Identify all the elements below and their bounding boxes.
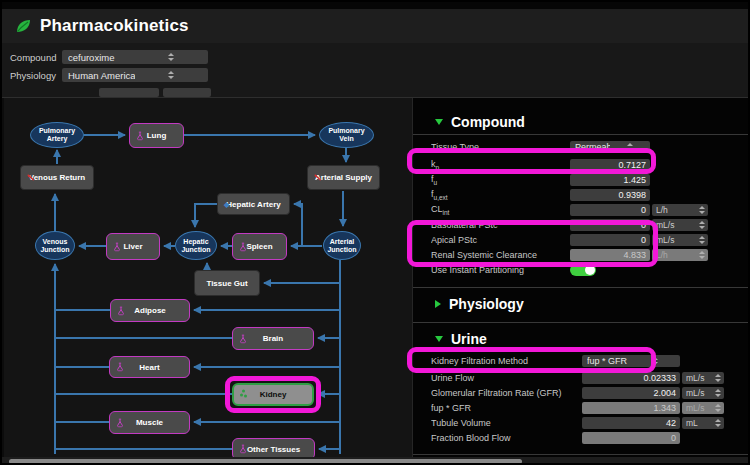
section-expanded-icon: [435, 119, 443, 125]
node-arterial-junction[interactable]: Arterial Junction: [323, 231, 361, 260]
tubule-volume-row: Tubule Volume 42 mL: [431, 416, 750, 430]
app-window: Pharmacokinetics Compound cefuroxime Phy…: [0, 0, 750, 465]
flask-icon: [116, 363, 124, 372]
fup-gfr-row: fup * GFR 1.343 mL/s: [431, 401, 750, 415]
divider: [413, 287, 750, 288]
fuext-row: fu,ext 0.9398: [431, 188, 750, 202]
stepper-icon: [715, 404, 721, 412]
field-label: kp: [431, 159, 570, 171]
node-lung[interactable]: Lung: [129, 123, 184, 148]
field-label: CLint: [431, 204, 570, 216]
clint-input[interactable]: 0: [570, 204, 650, 216]
node-pulmonary-vein[interactable]: Pulmonary Vein: [319, 122, 374, 148]
field-label: Apical PStc: [431, 235, 570, 245]
fu-input[interactable]: 1.425: [570, 174, 650, 186]
unit-label: mL/s: [656, 235, 696, 245]
divider: [413, 134, 750, 135]
node-tissue-gut[interactable]: Tissue Gut: [194, 270, 260, 296]
horizontal-scrollbar-thumb[interactable]: [9, 459, 522, 464]
tubule-volume-input[interactable]: 42: [582, 417, 680, 429]
compound-label: Compound: [10, 52, 62, 63]
section-header-urine[interactable]: Urine: [413, 329, 750, 349]
node-label: Muscle: [136, 418, 163, 427]
flask-icon: [113, 242, 121, 251]
node-label: Hepatic Junction: [178, 238, 214, 253]
node-label: Hepatic Artery: [226, 200, 280, 209]
node-arterial-supply[interactable]: Arterial Supply: [307, 165, 380, 190]
node-label: Venous Return: [29, 173, 85, 182]
node-brain[interactable]: Brain: [232, 327, 314, 350]
node-other-tissues[interactable]: Other Tissues: [232, 438, 315, 457]
instant-partitioning-toggle[interactable]: [570, 264, 596, 276]
node-spleen[interactable]: Spleen: [232, 233, 287, 260]
node-label: Adipose: [134, 306, 166, 315]
basolateral-pstc-row: Basolateral PStc 0 mL/s: [431, 218, 750, 232]
kp-input[interactable]: 0.7127: [570, 159, 650, 171]
node-label: Brain: [263, 334, 283, 343]
tissue-type-select[interactable]: Permeability Limited: [570, 141, 650, 153]
node-label: Arterial Junction: [326, 238, 358, 253]
apical-pstc-input[interactable]: 0: [570, 234, 650, 246]
node-hepatic-junction[interactable]: Hepatic Junction: [175, 231, 217, 260]
field-label: fu,ext: [431, 189, 570, 201]
fraction-blood-flow-input: 0: [582, 432, 680, 444]
section-title: Physiology: [449, 296, 524, 312]
node-kidney-selected[interactable]: Kidney: [232, 383, 314, 406]
gfr-input[interactable]: 2.004: [582, 387, 680, 399]
section-compound: Compound Tissue Type Permeability Limite…: [413, 112, 750, 277]
unit-dropdown[interactable]: mL/s: [652, 219, 708, 231]
unit-dropdown: L/h: [652, 249, 708, 261]
unit-dropdown[interactable]: mL/s: [652, 234, 708, 246]
leaf-icon: [14, 17, 32, 35]
node-venous-return[interactable]: Venous Return: [20, 165, 94, 190]
flask-icon: [239, 445, 247, 454]
fup-gfr-input: 1.343: [582, 402, 680, 414]
unit-dropdown[interactable]: mL: [682, 417, 724, 429]
kidney-dots-icon: [240, 393, 243, 396]
unit-label: L/h: [656, 205, 696, 215]
gfr-row: Glomerular Filtration Rate (GFR) 2.004 m…: [431, 386, 750, 400]
clipped-toolbar-button[interactable]: [163, 88, 211, 97]
section-header-physiology[interactable]: Physiology: [413, 294, 750, 314]
field-label: Basolateral PStc: [431, 220, 570, 230]
node-label: Lung: [147, 131, 167, 140]
node-liver[interactable]: Liver: [106, 233, 160, 260]
field-label: Renal Systemic Clearance: [431, 250, 570, 260]
unit-dropdown[interactable]: mL/s: [682, 372, 724, 384]
unit-dropdown: mL/s: [682, 402, 724, 414]
field-label: Kidney Filtration Method: [431, 356, 582, 366]
field-label: Glomerular Filtration Rate (GFR): [431, 388, 582, 398]
section-header-compound[interactable]: Compound: [413, 112, 750, 132]
fuext-input[interactable]: 0.9398: [570, 189, 650, 201]
node-adipose[interactable]: Adipose: [110, 299, 190, 322]
stepper-icon: [699, 221, 705, 229]
diamond-icon: ◆: [224, 201, 229, 208]
basolateral-pstc-input[interactable]: 0: [570, 219, 650, 231]
node-muscle[interactable]: Muscle: [109, 411, 190, 434]
unit-dropdown[interactable]: L/h: [652, 204, 708, 216]
clipped-toolbar-button[interactable]: [99, 88, 159, 97]
node-label: Venous Junction: [38, 238, 72, 253]
stepper-icon: [699, 251, 705, 259]
node-label: Kidney: [260, 390, 287, 399]
node-label: Pulmonary Vein: [322, 127, 371, 142]
stepper-icon: [715, 419, 721, 427]
unit-dropdown[interactable]: mL/s: [682, 387, 724, 399]
apical-pstc-row: Apical PStc 0 mL/s: [431, 233, 750, 247]
clint-row: CLint 0 L/h: [431, 203, 750, 217]
section-collapsed-icon: [435, 300, 441, 308]
physiology-select[interactable]: Human American Male 30y 70kg: [62, 68, 208, 82]
section-urine: Urine Kidney Filtration Method fup * GFR…: [413, 322, 750, 445]
node-hepatic-artery[interactable]: ◆ Hepatic Artery: [217, 193, 290, 215]
page-title: Pharmacokinetics: [40, 16, 189, 36]
urine-flow-input[interactable]: 0.02333: [582, 372, 680, 384]
unit-label: mL/s: [656, 220, 696, 230]
node-venous-junction[interactable]: Venous Junction: [35, 231, 75, 260]
field-label: fu: [431, 174, 570, 186]
kidney-filtration-method-select[interactable]: fup * GFR: [582, 355, 680, 367]
node-pulmonary-artery[interactable]: Pulmonary Artery: [30, 122, 84, 148]
tissue-type-row: Tissue Type Permeability Limited: [431, 140, 750, 154]
compound-select[interactable]: cefuroxime: [62, 50, 208, 64]
horizontal-scrollbar[interactable]: [2, 457, 748, 465]
node-heart[interactable]: Heart: [109, 356, 190, 378]
